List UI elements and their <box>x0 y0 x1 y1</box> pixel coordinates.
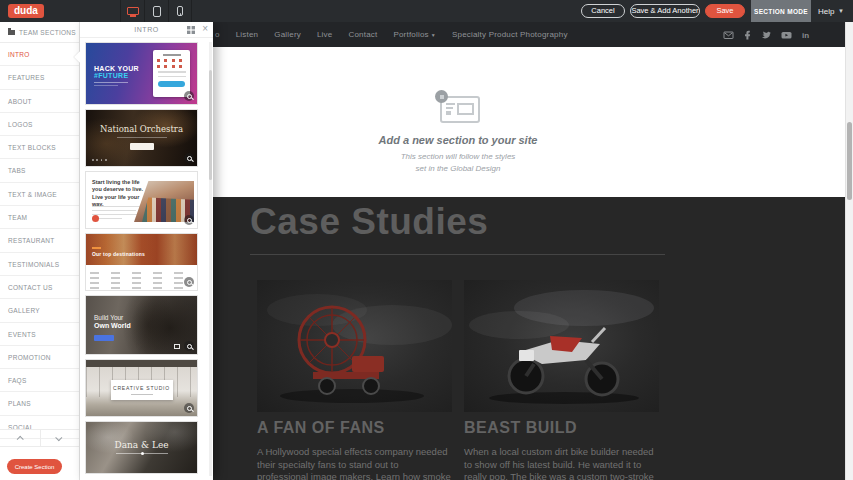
panel-scrollbar[interactable] <box>209 42 212 476</box>
sidebar-item-text-image[interactable]: TEXT & IMAGE <box>0 183 79 206</box>
preview-zoom-icon[interactable] <box>184 153 194 163</box>
preview-zoom-icon[interactable] <box>184 341 194 351</box>
thumbnail-creative-studio[interactable]: CREATIVE STUDIO <box>85 359 198 417</box>
thumbnail-hack-your-future[interactable]: HACK YOUR #FUTURE <box>85 42 198 105</box>
panel-header: INTRO × <box>80 22 213 38</box>
nav-item-contact[interactable]: Contact <box>348 30 377 39</box>
text-bar <box>117 137 167 138</box>
youtube-icon[interactable] <box>781 30 792 40</box>
linkedin-icon[interactable]: in <box>801 30 812 40</box>
tablet-icon <box>153 6 161 17</box>
thumbnail-start-living[interactable]: Start living the life you deserve to liv… <box>85 171 198 229</box>
sidebar-item-testimonials[interactable]: TESTIMONIALS <box>0 253 79 276</box>
drag-handle-badge-icon <box>435 90 448 103</box>
thumb-text: HACK YOUR #FUTURE <box>94 65 139 86</box>
folder-icon <box>8 30 15 35</box>
page-scrollbar-thumb[interactable] <box>847 122 852 200</box>
nav-item-gallery[interactable]: Gallery <box>274 30 301 39</box>
accent-bar <box>92 247 101 249</box>
preview-zoom-icon[interactable] <box>184 91 194 101</box>
sidebar-item-gallery[interactable]: GALLERY <box>0 299 79 322</box>
help-chevron-down-icon[interactable]: ▼ <box>838 8 844 14</box>
sidebar-pager <box>0 429 79 447</box>
cta-button-bar <box>94 335 114 341</box>
help-menu[interactable]: Help <box>818 7 834 16</box>
facebook-icon[interactable] <box>743 30 752 40</box>
thumbnail-build-your-own-world[interactable]: Build Your Own World <box>85 295 198 355</box>
preview-zoom-icon[interactable] <box>184 277 194 287</box>
page-scrollbar[interactable] <box>845 22 853 480</box>
sidebar-item-contact-us[interactable]: CONTACT US <box>0 276 79 299</box>
sidebar-item-about[interactable]: ABOUT <box>0 90 79 113</box>
studio-card: CREATIVE STUDIO <box>111 380 173 400</box>
twitter-icon[interactable] <box>761 30 772 40</box>
slider-dots <box>92 159 107 161</box>
sidebar-item-promotion[interactable]: PROMOTION <box>0 346 79 369</box>
desktop-icon <box>127 7 139 15</box>
close-icon[interactable]: × <box>202 23 208 34</box>
cancel-button[interactable]: Cancel <box>581 4 625 18</box>
sidebar-item-logos[interactable]: LOGOS <box>0 113 79 136</box>
heading-divider <box>250 254 665 255</box>
text-bar <box>94 85 118 86</box>
grid-view-icon[interactable] <box>187 26 195 34</box>
cta-button-bar <box>130 143 154 150</box>
form-line <box>158 71 186 73</box>
placeholder-subtitle: This section will follow the styles set … <box>258 151 658 176</box>
sidebar-item-restaurant[interactable]: RESTAURANT <box>0 229 79 252</box>
sidebar-item-events[interactable]: EVENTS <box>0 323 79 346</box>
sidebar-item-features[interactable]: FEATURES <box>0 66 79 89</box>
nav-item-clipped[interactable]: o <box>215 30 220 39</box>
text-bar <box>131 394 153 395</box>
desktop-view-button[interactable] <box>120 0 144 22</box>
form-submit-bar <box>158 81 185 87</box>
create-section-button[interactable]: Create Section <box>7 459 62 474</box>
mobile-view-button[interactable] <box>168 0 192 22</box>
form-fields <box>157 59 187 68</box>
mobile-icon <box>177 6 183 16</box>
sidebar-header-label: TEAM SECTIONS <box>19 29 76 36</box>
email-icon[interactable] <box>723 30 734 40</box>
new-section-dropzone[interactable]: Add a new section to your site This sect… <box>213 47 845 197</box>
thumb-title: Build Your <box>94 314 123 321</box>
thumbnail-national-orchestra[interactable]: National Orchestra <box>85 109 198 167</box>
intro-sections-panel: INTRO × HACK YOUR #FUTURE Na <box>80 22 213 480</box>
nav-item-specialty-product-photography[interactable]: Specialty Product Photography <box>452 30 568 39</box>
thumb-title: Own World <box>94 322 131 329</box>
card-text: A Hollywood special effects company need… <box>257 446 452 480</box>
section-mode-badge: SECTION MODE <box>751 0 811 22</box>
nav-item-listen[interactable]: Listen <box>236 30 259 39</box>
thumb-title: Dana & Lee <box>86 440 197 450</box>
scroll-up-button[interactable] <box>0 430 40 446</box>
section-heading: Case Studies <box>250 201 488 243</box>
preview-zoom-icon[interactable] <box>184 215 194 225</box>
tablet-view-button[interactable] <box>144 0 168 22</box>
add-section-placeholder: Add a new section to your site This sect… <box>258 92 658 176</box>
text-bar <box>94 82 128 83</box>
thumb-title: Our top destinations <box>92 251 145 257</box>
sidebar-item-tabs[interactable]: TABS <box>0 159 79 182</box>
case-study-cards: A FAN OF FANS A Hollywood special effect… <box>257 280 659 480</box>
save-and-add-another-button[interactable]: Save & Add Another <box>630 4 700 18</box>
card-title: BEAST BUILD <box>464 419 659 437</box>
thumbnail-dana-and-lee[interactable]: Dana & Lee <box>85 421 198 474</box>
ornament-dot <box>141 452 144 455</box>
sidebar-item-faqs[interactable]: FAQS <box>0 369 79 392</box>
sidebar-item-plans[interactable]: PLANS <box>0 392 79 415</box>
signup-form-card <box>153 50 190 97</box>
nav-item-live[interactable]: Live <box>317 30 332 39</box>
duda-logo: duda <box>8 4 44 18</box>
nav-item-portfolios[interactable]: Portfolios▼ <box>393 30 436 39</box>
sidebar-item-intro[interactable]: INTRO <box>0 43 79 66</box>
sidebar-item-team[interactable]: TEAM <box>0 206 79 229</box>
chevron-up-icon <box>17 435 24 442</box>
thumbnail-list: HACK YOUR #FUTURE National Orchestra St <box>85 42 199 480</box>
save-button[interactable]: Save <box>705 4 745 18</box>
preview-zoom-icon[interactable] <box>184 403 194 413</box>
scroll-down-button[interactable] <box>40 430 80 446</box>
sidebar-item-text-blocks[interactable]: TEXT BLOCKS <box>0 136 79 159</box>
panel-scrollbar-thumb[interactable] <box>209 70 212 180</box>
paragraph-bars <box>92 203 142 219</box>
thumbnail-top-destinations[interactable]: Our top destinations <box>85 233 198 291</box>
thumb-title: National Orchestra <box>86 124 197 134</box>
